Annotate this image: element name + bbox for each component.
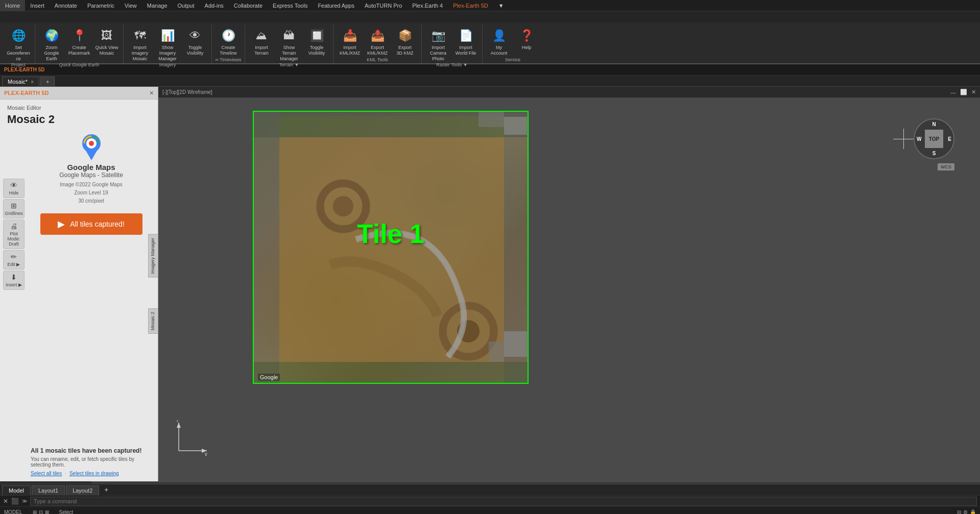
compass-top-button[interactable]: TOP [925, 130, 943, 148]
top-btn[interactable]: TOP [925, 130, 943, 148]
select-tiles-drawing-link[interactable]: Select tiles in drawing [69, 471, 119, 476]
menu-plexearth4[interactable]: Plex.Earth 4 [407, 0, 448, 11]
my-account-button[interactable]: 👤 MyAccount [486, 27, 512, 57]
google-pin-svg [79, 132, 104, 163]
snap-icon[interactable]: ⊡ [39, 509, 43, 514]
hide-label: Hide [9, 190, 19, 195]
tab-layout1[interactable]: Layout1 [32, 485, 65, 495]
toggle-visibility-button[interactable]: 👁 ToggleVisibility [182, 27, 208, 57]
gridlines-tool-btn[interactable]: ⊞ Gridlines [3, 199, 25, 218]
menu-plexearth5d[interactable]: Plex-Earth 5D [448, 0, 493, 11]
edit-icon: ✏ [11, 253, 17, 261]
capture-button[interactable]: ▶ All tiles captured! [40, 213, 142, 235]
ribbon-group-kml: 📥 ImportKML/KMZ 📤 ExportKML/KMZ 📦 Export… [333, 25, 422, 63]
doc-tab-mosaic[interactable]: Mosaic* × [2, 77, 39, 86]
menu-dropdown[interactable]: ▼ [493, 0, 509, 11]
tab-layout2[interactable]: Layout2 [66, 485, 99, 495]
ortho-icon[interactable]: ⊠ [45, 509, 49, 514]
menu-view[interactable]: View [119, 0, 142, 11]
import-kml-label: ImportKML/KMZ [340, 45, 360, 56]
menu-manage[interactable]: Manage [142, 0, 173, 11]
minimize-btn[interactable]: — [950, 89, 956, 95]
mosaic-name: Mosaic 2 [7, 113, 151, 126]
maps-title: Google Maps [67, 163, 115, 172]
terrain-toggle-visibility-button[interactable]: 🔲 ToggleVisibility [303, 27, 330, 57]
hide-tool-btn[interactable]: 👁 Hide [3, 179, 25, 198]
ribbon-group-imagery: 🗺 Import ImageryMosaic 📊 Show ImageryMan… [124, 25, 212, 63]
close-viewport-btn[interactable]: ✕ [971, 89, 976, 95]
quick-view-button[interactable]: 🖼 Quick ViewMosaic [93, 27, 120, 57]
zoom-google-earth-button[interactable]: 🌍 ZoomGoogle Earth [38, 27, 65, 62]
doc-tab-add[interactable]: + [40, 77, 55, 86]
export-kml-label: ExportKML/KMZ [367, 45, 388, 56]
menu-parametric[interactable]: Parametric [82, 0, 119, 11]
import-imagery-mosaic-button[interactable]: 🗺 Import ImageryMosaic [127, 27, 153, 62]
panel-title: PLEX-EARTH 5D [4, 90, 49, 96]
add-layout-btn[interactable]: + [100, 484, 112, 495]
mosaic2-tab[interactable]: Mosaic 2 [148, 308, 158, 334]
annotate-icon[interactable]: ⊟ [957, 509, 961, 514]
axis-indicator: Y X [174, 420, 209, 456]
export-3d-kmz-button[interactable]: 📦 Export3D KMZ [392, 27, 418, 57]
menu-home[interactable]: Home [0, 0, 25, 11]
import-world-file-button[interactable]: 📄 ImportWorld File [452, 27, 479, 57]
create-timeline-button[interactable]: 🕐 CreateTimeline [215, 27, 242, 57]
svg-text:Y: Y [176, 420, 179, 423]
show-imagery-manager-button[interactable]: 📊 Show ImageryManager [154, 27, 181, 62]
menu-insert[interactable]: Insert [25, 0, 50, 11]
set-georeference-button[interactable]: 🌐 Set Georeference [5, 27, 32, 62]
settings-icon[interactable]: ⚙ [963, 509, 968, 514]
ribbon-group-imagery-label: Imagery [127, 62, 208, 69]
plot-mode-tool-btn[interactable]: 🖨 Plot Mode:Draft [3, 219, 25, 249]
svg-rect-16 [504, 331, 527, 357]
command-input[interactable] [30, 497, 977, 506]
cmd-arrow-icon[interactable]: ⬛ [11, 498, 19, 505]
status-right-icons: ⊟ ⚙ 🔒 [957, 509, 976, 514]
satellite-image: Tile 1 Google [253, 111, 529, 384]
menu-annotate[interactable]: Annotate [50, 0, 82, 11]
menu-output[interactable]: Output [173, 0, 200, 11]
quick-view-label: Quick ViewMosaic [95, 45, 118, 56]
status-main-text: All 1 mosaic tiles have been captured! [31, 447, 151, 454]
status-bar: MODEL ⊞ ⊡ ⊠ Select ⊟ ⚙ 🔒 [0, 506, 980, 514]
my-account-icon: 👤 [491, 28, 507, 44]
doc-tab-close[interactable]: × [31, 79, 34, 85]
ribbon-group-service-label: Service [486, 57, 540, 64]
svg-rect-6 [254, 112, 279, 383]
ribbon-group-kml-items: 📥 ImportKML/KMZ 📤 ExportKML/KMZ 📦 Export… [337, 25, 418, 57]
menu-featured-apps[interactable]: Featured Apps [313, 0, 360, 11]
menu-collaborate[interactable]: Collaborate [229, 0, 268, 11]
select-all-tiles-link[interactable]: Select all tiles [31, 471, 62, 476]
menu-autoturn[interactable]: AutoTURN Pro [360, 0, 407, 11]
export-kml-button[interactable]: 📤 ExportKML/KMZ [364, 27, 391, 57]
edit-tool-btn[interactable]: ✏ Edit ▶ [3, 250, 25, 270]
grid-icon[interactable]: ⊞ [33, 509, 37, 514]
plot-mode-label: Plot Mode:Draft [5, 231, 23, 247]
show-terrain-manager-icon: 🏔 [281, 28, 297, 44]
import-terrain-button[interactable]: ⛰ ImportTerrain [248, 27, 275, 57]
svg-rect-14 [504, 117, 527, 135]
show-terrain-manager-button[interactable]: 🏔 Show TerrainManager [276, 27, 302, 62]
create-placemark-button[interactable]: 📍 CreatePlacemark [66, 27, 92, 57]
export-3d-kmz-icon: 📦 [397, 28, 413, 44]
lock-icon[interactable]: 🔒 [970, 509, 976, 514]
ribbon-group-raster-label: Raster Tools ▼ [425, 62, 479, 69]
mosaic-editor-title: Mosaic Editor [7, 105, 151, 111]
svg-marker-22 [177, 423, 181, 428]
menu-express-tools[interactable]: Express Tools [268, 0, 313, 11]
cmd-collapse-icon[interactable]: ✕ [3, 498, 8, 505]
import-camera-photo-button[interactable]: 📷 ImportCamera Photo [425, 27, 451, 62]
help-button[interactable]: ❓ Help [513, 27, 540, 56]
import-kml-button[interactable]: 📥 ImportKML/KMZ [337, 27, 363, 57]
maximize-btn[interactable]: ⬜ [960, 89, 967, 95]
compass-west: W [917, 136, 921, 142]
insert-tool-btn[interactable]: ⬇ Insert ▶ [3, 271, 25, 290]
imagery-manager-tab[interactable]: Imagery Manager [148, 234, 158, 278]
terrain-toggle-icon: 🔲 [308, 28, 325, 44]
tab-model[interactable]: Model [2, 485, 31, 495]
menu-addins[interactable]: Add-ins [200, 0, 229, 11]
status-left: MODEL ⊞ ⊡ ⊠ Select [4, 509, 73, 514]
zoom-google-earth-icon: 🌍 [43, 28, 60, 44]
create-timeline-label: CreateTimeline [220, 45, 237, 56]
canvas-area: Tile 1 Google N S E W TOP [158, 98, 980, 481]
